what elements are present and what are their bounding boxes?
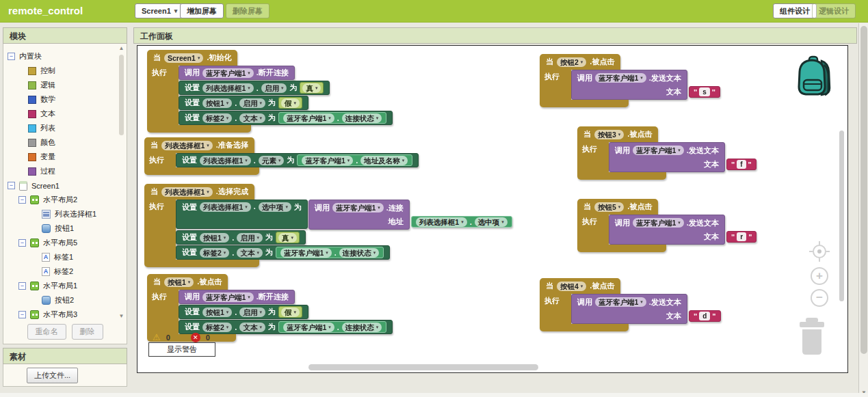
component-dropdown[interactable]: 列表选择框1 — [161, 141, 213, 150]
set-enabled-block[interactable]: 设置 列表选择框1 . 启用 为 真 — [179, 81, 330, 95]
text-string-block[interactable]: f — [726, 159, 757, 170]
text-string-block[interactable]: r — [726, 231, 757, 243]
logic-false-block[interactable]: 假 — [278, 97, 302, 109]
property-dropdown[interactable]: 启用 — [261, 83, 287, 93]
tree-item-hlayout2[interactable]: − 水平布局2 — [8, 193, 127, 207]
screen-selector[interactable]: Screen1 — [135, 3, 184, 18]
error-icon[interactable]: ✕ — [191, 333, 200, 342]
warning-icon[interactable]: ⚠ — [153, 332, 161, 342]
trash-icon[interactable] — [797, 318, 827, 359]
tree-item-math[interactable]: 数学 — [8, 92, 127, 107]
tree-item-label1[interactable]: A 标签1 — [8, 250, 127, 264]
rename-button[interactable]: 重命名 — [27, 324, 66, 340]
block-button4-click[interactable]: 当 按钮4 .被点击 执行 调用 蓝牙客户端1 .发送文本 文本 d — [540, 278, 687, 331]
collapse-toggle-icon[interactable]: − — [18, 196, 26, 204]
component-dropdown[interactable]: 按钮5 — [594, 202, 624, 212]
upload-file-button[interactable]: 上传文件... — [27, 368, 78, 383]
collapse-toggle-icon[interactable]: − — [8, 182, 15, 189]
tree-item-color[interactable]: 颜色 — [8, 135, 127, 150]
component-dropdown[interactable]: 列表选择框1 — [202, 83, 254, 93]
designer-view-button[interactable]: 组件设计 — [773, 3, 817, 18]
blocks-canvas[interactable]: 当 Screen1 .初始化 执行 调用 蓝牙客户端1 .断开连接 设置 列表选… — [137, 45, 848, 373]
canvas-horizontal-scrollbar[interactable] — [308, 364, 538, 370]
set-selection-block[interactable]: 设置 列表选择框1 . 选中项 为 — [176, 200, 308, 229]
collapse-toggle-icon[interactable]: − — [18, 311, 26, 318]
component-dropdown[interactable]: 蓝牙客户端1 — [202, 68, 254, 78]
tree-item-hlayout3[interactable]: − 水平布局3 — [8, 307, 127, 322]
call-connect-block[interactable]: 调用 蓝牙客户端1 .连接 地址 列表选择框1 . 选中项 — [308, 200, 410, 230]
logic-true-block[interactable]: 真 — [276, 232, 300, 243]
block-button5-click[interactable]: 当 按钮5 .被点击 执行 调用 蓝牙客户端1 .发送文本 文本 r — [577, 199, 725, 252]
property-dropdown[interactable]: 启用 — [237, 233, 263, 243]
collapse-toggle-icon[interactable]: − — [18, 239, 26, 247]
component-dropdown[interactable]: 按钮1 — [200, 233, 229, 243]
logic-false-block[interactable]: 假 — [278, 306, 302, 318]
set-text-block[interactable]: 设置 标签2 . 文本 为 蓝牙客户端1 . 连接状态 — [179, 320, 393, 334]
page-scrollbar[interactable]: ▼ — [858, 23, 868, 397]
component-dropdown[interactable]: 蓝牙客户端1 — [595, 73, 646, 83]
tree-item-label2[interactable]: A 标签2 — [8, 264, 127, 279]
collapse-toggle-icon[interactable]: − — [18, 282, 26, 290]
scroll-down-icon[interactable]: ▼ — [118, 313, 125, 320]
component-dropdown[interactable]: 列表选择框1 — [200, 156, 251, 165]
text-string-block[interactable]: d — [689, 310, 721, 322]
logic-true-block[interactable]: 真 — [300, 82, 324, 94]
text-string-block[interactable]: s — [689, 86, 720, 98]
property-dropdown[interactable]: 文本 — [239, 113, 265, 123]
collapse-toggle-icon[interactable]: − — [8, 53, 15, 60]
set-enabled-block[interactable]: 设置 按钮1 . 启用 为 假 — [179, 305, 308, 319]
block-listpicker-beforepicking[interactable]: 当 列表选择框1 .准备选择 执行 设置 列表选择框1 . 元素 为 蓝牙客户端… — [144, 137, 419, 175]
scrollbar-thumb[interactable] — [860, 26, 867, 354]
component-dropdown[interactable]: 按钮4 — [557, 282, 586, 291]
getter-block[interactable]: 蓝牙客户端1 . 连接状态 — [278, 321, 386, 333]
property-dropdown[interactable]: 元素 — [259, 156, 285, 165]
scrollbar-thumb[interactable] — [119, 55, 124, 135]
call-sendtext-block[interactable]: 调用 蓝牙客户端1 .发送文本 文本 s — [571, 70, 687, 100]
call-disconnect-block[interactable]: 调用 蓝牙客户端1 .断开连接 — [179, 66, 295, 80]
call-sendtext-block[interactable]: 调用 蓝牙客户端1 .发送文本 文本 d — [571, 294, 687, 324]
property-dropdown[interactable]: 文本 — [239, 323, 265, 332]
tree-item-list[interactable]: 列表 — [8, 121, 127, 135]
property-dropdown[interactable]: 启用 — [239, 98, 265, 108]
component-dropdown[interactable]: 按钮1 — [202, 98, 232, 108]
call-disconnect-block[interactable]: 调用 蓝牙客户端1 .断开连接 — [179, 290, 295, 304]
component-dropdown[interactable]: 蓝牙客户端1 — [595, 297, 646, 307]
scroll-up-icon[interactable]: ▲ — [118, 45, 125, 52]
component-dropdown[interactable]: 标签2 — [202, 323, 232, 332]
tree-item-builtin[interactable]: − 内置块 — [8, 49, 127, 64]
property-dropdown[interactable]: 启用 — [239, 307, 265, 317]
tree-item-procedure[interactable]: 过程 — [8, 164, 127, 178]
block-button2-click[interactable]: 当 按钮2 .被点击 执行 调用 蓝牙客户端1 .发送文本 文本 s — [540, 54, 687, 107]
component-dropdown[interactable]: 蓝牙客户端1 — [202, 292, 254, 302]
tree-item-screen1[interactable]: − Screen1 — [8, 178, 127, 193]
delete-button[interactable]: 删除 — [72, 324, 103, 340]
tree-item-text[interactable]: 文本 — [8, 107, 127, 121]
call-sendtext-block[interactable]: 调用 蓝牙客户端1 .发送文本 文本 r — [609, 215, 725, 245]
component-dropdown[interactable]: Screen1 — [164, 53, 203, 63]
center-blocks-icon[interactable] — [809, 241, 830, 264]
backpack-icon[interactable] — [794, 55, 835, 103]
tree-item-button2[interactable]: 按钮2 — [8, 293, 127, 307]
getter-block[interactable]: 列表选择框1 . 选中项 — [411, 216, 512, 228]
component-dropdown[interactable]: 按钮1 — [202, 307, 232, 317]
component-dropdown[interactable]: 标签2 — [202, 113, 232, 123]
property-dropdown[interactable]: 文本 — [237, 248, 263, 258]
getter-block[interactable]: 蓝牙客户端1 . 地址及名称 — [297, 154, 412, 166]
component-dropdown[interactable]: 按钮3 — [594, 130, 624, 139]
component-dropdown[interactable]: 标签2 — [200, 248, 229, 258]
component-dropdown[interactable]: 蓝牙客户端1 — [633, 218, 684, 228]
set-elements-block[interactable]: 设置 列表选择框1 . 元素 为 蓝牙客户端1 . 地址及名称 — [176, 153, 419, 167]
set-text-block[interactable]: 设置 标签2 . 文本 为 蓝牙客户端1 . 连接状态 — [176, 245, 390, 260]
tree-item-button1[interactable]: 按钮1 — [8, 221, 127, 236]
getter-block[interactable]: 蓝牙客户端1 . 连接状态 — [278, 112, 386, 124]
component-dropdown[interactable]: 按钮2 — [557, 57, 586, 67]
canvas-vertical-scrollbar[interactable] — [839, 131, 844, 301]
block-screen1-initialize[interactable]: 当 Screen1 .初始化 执行 调用 蓝牙客户端1 .断开连接 设置 列表选… — [147, 50, 393, 133]
set-enabled-block[interactable]: 设置 按钮1 . 启用 为 假 — [179, 96, 308, 110]
tree-item-hlayout5[interactable]: − 水平布局5 — [8, 236, 127, 250]
component-dropdown[interactable]: 列表选择框1 — [161, 187, 213, 197]
component-dropdown[interactable]: 蓝牙客户端1 — [332, 203, 384, 213]
show-warnings-button[interactable]: 显示警告 — [148, 342, 215, 357]
zoom-out-icon[interactable]: − — [811, 289, 828, 307]
tree-item-logic[interactable]: 逻辑 — [8, 78, 127, 92]
